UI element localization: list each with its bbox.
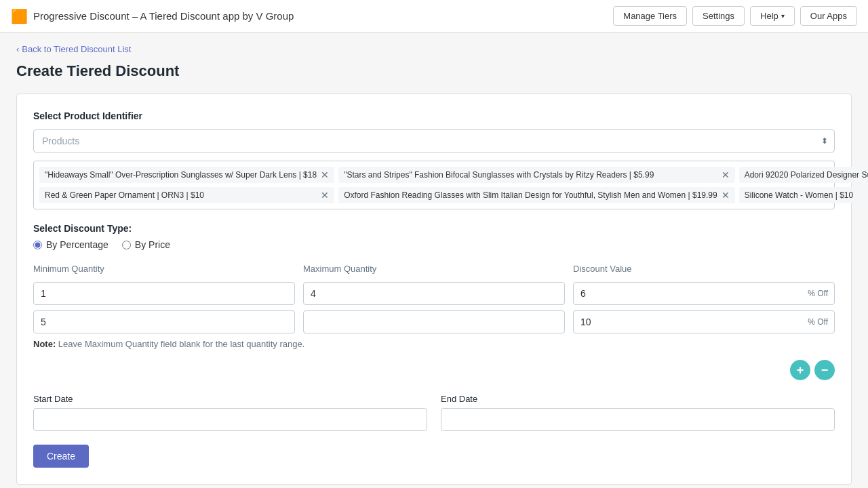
radio-percentage-label: By Percentage <box>46 239 108 250</box>
note-prefix: Note: <box>33 339 56 349</box>
product-tag-2-remove[interactable]: ✕ <box>722 170 730 180</box>
add-row-button[interactable]: + <box>790 360 810 380</box>
header-actions: Manage Tiers Settings Help ▾ Our Apps <box>613 6 857 26</box>
date-section: Start Date End Date <box>33 394 835 431</box>
product-tag-1: "Hideaways Small" Over-Prescription Sung… <box>39 167 334 183</box>
note-text: Note: Leave Maximum Quantity field blank… <box>33 339 835 349</box>
start-date-label: Start Date <box>33 394 427 404</box>
max-qty-field-2 <box>303 310 565 333</box>
page-title: Create Tiered Discount <box>16 62 852 80</box>
our-apps-button[interactable]: Our Apps <box>800 6 857 26</box>
back-link-label: Back to Tiered Discount List <box>22 44 131 54</box>
product-tag-1-remove[interactable]: ✕ <box>321 170 329 180</box>
end-date-field: End Date <box>441 394 835 431</box>
discount-type-label: Select Discount Type: <box>33 223 835 234</box>
main-content: ‹ Back to Tiered Discount List Create Ti… <box>0 33 868 488</box>
min-qty-input-2[interactable] <box>33 310 295 333</box>
min-qty-field-2 <box>33 310 295 333</box>
discount-value-field-2: % Off <box>573 310 835 333</box>
max-qty-input-2[interactable] <box>303 310 565 333</box>
product-tag-4-label: Red & Green Paper Ornament | ORN3 | $10 <box>45 190 317 200</box>
discount-value-input-1[interactable] <box>573 282 835 305</box>
start-date-field: Start Date <box>33 394 427 431</box>
selected-products-container: "Hideaways Small" Over-Prescription Sung… <box>33 161 835 209</box>
max-qty-header: Maximum Quantity <box>303 264 565 274</box>
product-tag-6: Silicone Watch - Women | $10 ✕ <box>739 187 868 203</box>
product-tag-3-label: Adori 92020 Polarized Designer Sunglasse… <box>745 170 868 180</box>
app-title-area: 🟧 Progressive Discount – A Tiered Discou… <box>11 8 613 24</box>
remove-row-button[interactable]: − <box>814 360 835 380</box>
add-remove-buttons: + − <box>33 360 835 380</box>
radio-by-price[interactable]: By Price <box>122 239 170 250</box>
product-tag-2: "Stars and Stripes" Fashion Bifocal Sung… <box>338 167 735 183</box>
min-qty-field-1 <box>33 282 295 305</box>
product-tag-6-label: Silicone Watch - Women | $10 <box>745 190 868 200</box>
help-button[interactable]: Help ▾ <box>750 6 795 26</box>
back-link[interactable]: ‹ Back to Tiered Discount List <box>16 44 131 54</box>
product-tag-5: Oxford Fashion Reading Glasses with Slim… <box>338 187 735 203</box>
chevron-down-icon: ▾ <box>781 12 785 20</box>
discount-value-input-2[interactable] <box>573 310 835 333</box>
discount-value-header: Discount Value <box>573 264 835 274</box>
min-qty-input-1[interactable] <box>33 282 295 305</box>
radio-price-label: By Price <box>135 239 170 250</box>
product-section-title: Select Product Identifier <box>33 110 835 121</box>
min-qty-header: Minimum Quantity <box>33 264 295 274</box>
app-header: 🟧 Progressive Discount – A Tiered Discou… <box>0 0 868 33</box>
product-tag-4-remove[interactable]: ✕ <box>321 190 329 200</box>
create-form-card: Select Product Identifier Products ⬍ "Hi… <box>16 94 852 485</box>
radio-percentage-input[interactable] <box>33 241 42 249</box>
product-tag-3: Adori 92020 Polarized Designer Sunglasse… <box>739 167 868 183</box>
help-label: Help <box>760 11 778 21</box>
quantity-headers-row: Minimum Quantity Maximum Quantity Discou… <box>33 264 835 277</box>
discount-type-radio-group: By Percentage By Price <box>33 239 835 250</box>
app-logo-icon: 🟧 <box>11 8 28 24</box>
settings-button[interactable]: Settings <box>692 6 745 26</box>
quantity-row-2: % Off <box>33 310 835 333</box>
quantity-row-1: % Off <box>33 282 835 305</box>
products-select[interactable]: Products <box>33 129 835 152</box>
create-button[interactable]: Create <box>33 445 89 468</box>
discount-type-section: Select Discount Type: By Percentage By P… <box>33 223 835 250</box>
radio-price-input[interactable] <box>122 241 131 249</box>
end-date-input[interactable] <box>441 408 835 431</box>
max-qty-field-1 <box>303 282 565 305</box>
app-title: Progressive Discount – A Tiered Discount… <box>33 10 294 22</box>
manage-tiers-button[interactable]: Manage Tiers <box>613 6 687 26</box>
back-arrow-icon: ‹ <box>16 44 19 54</box>
product-tag-5-label: Oxford Fashion Reading Glasses with Slim… <box>344 190 717 200</box>
product-tag-4: Red & Green Paper Ornament | ORN3 | $10 … <box>39 187 334 203</box>
discount-value-field-1: % Off <box>573 282 835 305</box>
end-date-label: End Date <box>441 394 835 404</box>
start-date-input[interactable] <box>33 408 427 431</box>
radio-by-percentage[interactable]: By Percentage <box>33 239 108 250</box>
product-tag-5-remove[interactable]: ✕ <box>722 190 730 200</box>
products-dropdown-wrapper: Products ⬍ <box>33 129 835 152</box>
max-qty-input-1[interactable] <box>303 282 565 305</box>
product-tag-2-label: "Stars and Stripes" Fashion Bifocal Sung… <box>344 170 717 180</box>
product-tag-1-label: "Hideaways Small" Over-Prescription Sung… <box>45 170 317 180</box>
note-body: Leave Maximum Quantity field blank for t… <box>58 339 304 349</box>
